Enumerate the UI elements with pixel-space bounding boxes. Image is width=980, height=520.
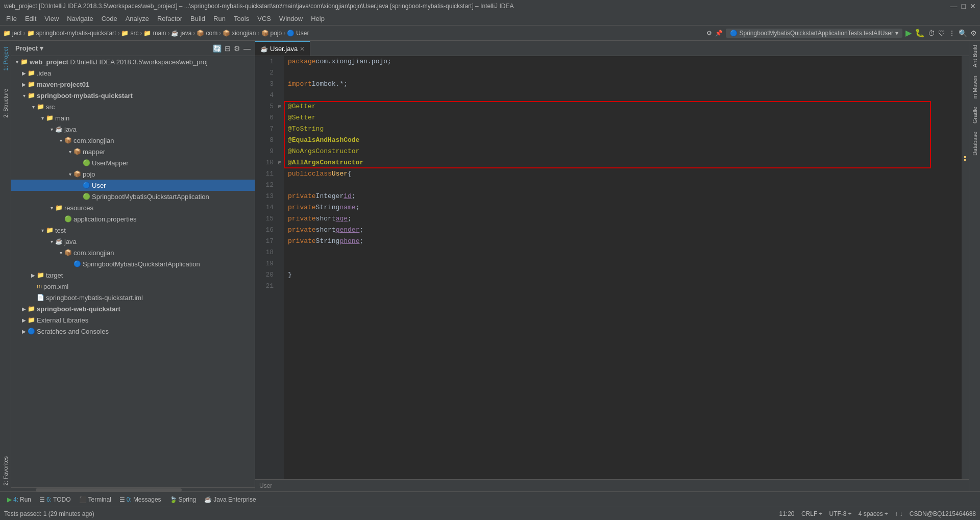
status-down-icon: ↓ — [899, 510, 902, 517]
status-encoding[interactable]: UTF-8 ÷ — [829, 510, 851, 517]
gear-icon[interactable]: ⚙ — [234, 44, 240, 53]
tree-item-idea[interactable]: ▶ 📁 .idea — [11, 67, 255, 79]
tree-item-extlibs[interactable]: ▶ 📁 External Libraries — [11, 314, 255, 326]
breadcrumb-project[interactable]: 📁 ject — [3, 30, 22, 37]
run-config-label: SpringbootMybatisQuickstartApplicationTe… — [740, 30, 893, 37]
tree-item-com-xiongjian-test[interactable]: ▾ 📦 com.xiongjian — [11, 247, 255, 258]
menu-window[interactable]: Window — [275, 14, 307, 23]
tab-label: User.java — [270, 45, 298, 53]
tree-item-usermapper[interactable]: ▶ 🟢 UserMapper — [11, 157, 255, 168]
terminal-tool-button[interactable]: ⬛ Terminal — [76, 495, 114, 504]
tree-item-appprops[interactable]: ▶ 🟢 application.properties — [11, 213, 255, 225]
breadcrumb-java[interactable]: ☕ java — [171, 30, 191, 37]
close-button[interactable]: ✕ — [970, 2, 976, 10]
tree-item-test[interactable]: ▾ 📁 test — [11, 225, 255, 236]
fold-icon-5[interactable]: ⊟ — [278, 104, 281, 110]
menu-view[interactable]: View — [40, 14, 63, 23]
right-tab-database[interactable]: Database — [971, 128, 979, 160]
java-enterprise-tool-button[interactable]: ☕ Java Enterprise — [201, 495, 259, 504]
panel-scrollbar[interactable] — [11, 487, 255, 491]
tree-item-maven[interactable]: ▶ 📁 maven-project01 — [11, 79, 255, 90]
menu-tools[interactable]: Tools — [230, 14, 253, 23]
right-tab-gradle[interactable]: Gradle — [971, 103, 979, 128]
menu-edit[interactable]: Edit — [21, 14, 40, 23]
collapse-icon[interactable]: ⊟ — [225, 44, 231, 53]
appprops-label: application.properties — [74, 215, 137, 223]
tree-item-resources[interactable]: ▾ 📁 resources — [11, 202, 255, 213]
right-tab-antbuild[interactable]: Ant Build — [971, 41, 979, 71]
tab-close-button[interactable]: ✕ — [300, 45, 305, 53]
breadcrumb-user[interactable]: 🔵 User — [287, 30, 309, 37]
editor-footer: User — [255, 479, 969, 491]
breadcrumb-com[interactable]: 📦 com — [197, 30, 217, 37]
maximize-button[interactable]: □ — [962, 2, 966, 10]
breadcrumb-src[interactable]: 📁 src — [121, 30, 138, 37]
tree-item-pojo[interactable]: ▾ 📦 pojo — [11, 168, 255, 180]
tree-item-com-xiongjian[interactable]: ▾ 📦 com.xiongjian — [11, 135, 255, 146]
coverage-button[interactable]: 🛡 — [938, 29, 945, 37]
breadcrumb-pojo[interactable]: 📦 pojo — [261, 30, 282, 37]
minimize-button[interactable]: — — [950, 2, 958, 10]
status-crlf[interactable]: CRLF ÷ — [801, 510, 822, 517]
sidebar-tab-favorites[interactable]: 2: Favorites — [2, 452, 10, 489]
sync-icon[interactable]: 🔄 — [213, 44, 222, 53]
menu-code[interactable]: Code — [97, 14, 121, 23]
breadcrumb-xiongjian[interactable]: 📦 xiongjian — [223, 30, 256, 37]
panel-close-icon[interactable]: — — [243, 44, 251, 53]
pkg-icon: 📦 — [64, 137, 72, 144]
tree-item-springweb[interactable]: ▶ 📁 springboot-web-quickstart — [11, 303, 255, 314]
menu-file[interactable]: File — [2, 14, 21, 23]
tab-user-java[interactable]: ☕ User.java ✕ — [255, 41, 310, 56]
tree-item-iml[interactable]: ▶ 📄 springboot-mybatis-quickstart.iml — [11, 292, 255, 303]
menu-help[interactable]: Help — [307, 14, 329, 23]
menu-run[interactable]: Run — [209, 14, 230, 23]
code-content[interactable]: package com.xiongjian.pojo; import lombo… — [284, 56, 962, 479]
sidebar-tab-project[interactable]: 1: Project — [2, 43, 10, 75]
messages-tool-button[interactable]: ☰ 0: Messages — [116, 495, 164, 504]
tree-item-springapp[interactable]: ▶ 🟢 SpringbootMybatisQuickstartApplicati… — [11, 191, 255, 202]
tree-item-scratches[interactable]: ▶ 🔵 Scratches and Consoles — [11, 326, 255, 337]
tree-item-main[interactable]: ▾ 📁 main — [11, 112, 255, 123]
window-controls[interactable]: — □ ✕ — [950, 2, 976, 10]
right-tab-maven[interactable]: m Maven — [971, 71, 979, 103]
springboot-folder-icon: 📁 — [28, 92, 35, 99]
run-config-dropdown[interactable]: 🔵 SpringbootMybatisQuickstartApplication… — [726, 29, 902, 38]
tree-item-user[interactable]: ▶ 🔵 User — [11, 180, 255, 191]
nav-settings-icon[interactable]: ⚙ — [706, 30, 712, 37]
spring-tool-button[interactable]: 🍃 Spring — [166, 495, 200, 504]
menu-refactor[interactable]: Refactor — [153, 14, 186, 23]
code-line-17: private String phone; — [284, 236, 962, 247]
com-xiongjian-label: com.xiongjian — [74, 137, 114, 144]
com-xiongjian-test-label: com.xiongjian — [74, 249, 114, 257]
tree-item-java-test[interactable]: ▾ ☕ java — [11, 236, 255, 247]
nav-pin-icon[interactable]: 📌 — [715, 30, 723, 37]
todo-tool-button[interactable]: ☰ 6: TODO — [36, 495, 74, 504]
breadcrumb-main[interactable]: 📁 main — [143, 30, 166, 37]
tree-item-mapper[interactable]: ▾ 📦 mapper — [11, 146, 255, 157]
debug-button[interactable]: 🐛 — [915, 28, 925, 38]
run-button[interactable]: ▶ — [905, 28, 912, 38]
tree-item-pomxml[interactable]: ▶ m pom.xml — [11, 281, 255, 292]
tree-item-target[interactable]: ▶ 📁 target — [11, 269, 255, 281]
search-everywhere-button[interactable]: 🔍 — [959, 29, 967, 37]
menu-build[interactable]: Build — [186, 14, 209, 23]
title-bar: web_project [D:\IntelliJ IDEA 2018.3.5\w… — [0, 0, 980, 12]
status-indent[interactable]: 4 spaces ÷ — [859, 510, 888, 517]
menu-analyze[interactable]: Analyze — [121, 14, 153, 23]
sidebar-tab-structure[interactable]: 2: Structure — [2, 85, 10, 122]
run-tool-button[interactable]: ▶ 4: Run — [4, 495, 34, 504]
tree-item-springapp-test[interactable]: ▶ 🔵 SpringbootMybatisQuickstartApplicati… — [11, 258, 255, 269]
tree-root[interactable]: ▾ 📁 web_project D:\IntelliJ IDEA 2018.3.… — [11, 56, 255, 67]
breadcrumb-springboot[interactable]: 📁 springboot-mybatis-quickstart — [27, 30, 116, 37]
menu-vcs[interactable]: VCS — [253, 14, 275, 23]
tree-item-java[interactable]: ▾ ☕ java — [11, 123, 255, 135]
menu-navigate[interactable]: Navigate — [63, 14, 97, 23]
settings-main-button[interactable]: ⚙ — [970, 29, 977, 37]
fold-icon-10[interactable]: ⊟ — [278, 160, 281, 166]
more-button[interactable]: ⋮ — [948, 29, 955, 37]
user-class-icon: 🔵 — [83, 182, 90, 189]
tree-item-src[interactable]: ▾ 📁 src — [11, 101, 255, 112]
profile-button[interactable]: ⏱ — [928, 29, 935, 37]
tree-item-springboot[interactable]: ▾ 📁 springboot-mybatis-quickstart — [11, 90, 255, 101]
code-editor: 1 2 3 4 5 6 7 8 9 10 11 12 13 14 15 16 1… — [255, 56, 969, 479]
